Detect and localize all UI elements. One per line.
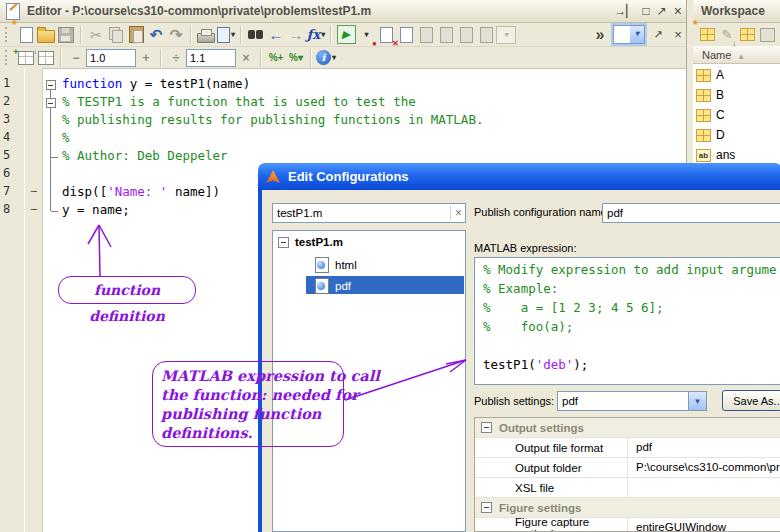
multiply-value-button[interactable]: × [236, 48, 256, 68]
uncomment-icon[interactable]: %▾ [286, 48, 306, 68]
toolbar-grip[interactable] [5, 50, 10, 65]
configuration-search-input[interactable] [272, 203, 466, 223]
toolbar-undock-icon[interactable]: ↗ [648, 25, 668, 45]
find-icon[interactable] [246, 25, 266, 45]
publish-config-name-input[interactable] [602, 203, 780, 223]
workspace-variable-row[interactable]: A [693, 65, 780, 85]
publish-settings-table: Output settings Output file format pdf O… [474, 417, 780, 532]
setting-label: Figure capture method [475, 516, 627, 532]
dialog-title: Edit Configurations [288, 169, 409, 184]
toolbar-overflow-icon[interactable]: » [590, 25, 610, 45]
code-line: % publishing results for publishing func… [44, 112, 686, 130]
matlab-expression-label: MATLAB expression: [474, 242, 577, 254]
publish-doc-icon [315, 257, 329, 273]
editor-title: Editor - P:\course\cs310-common\private\… [27, 0, 371, 22]
open-file-button[interactable] [36, 25, 56, 45]
print-icon[interactable] [196, 25, 216, 45]
sort-ascending-icon: ▲ [737, 52, 745, 61]
collapse-icon[interactable] [481, 502, 492, 513]
increment-amount-field[interactable] [86, 49, 136, 67]
save-as-button[interactable]: Save As... [722, 390, 780, 411]
executable-line-dash: − [30, 202, 40, 220]
paste-icon[interactable] [126, 25, 146, 45]
cut-icon[interactable]: ✂ [86, 25, 106, 45]
info-icon[interactable]: i▾ [316, 48, 336, 68]
forward-icon[interactable]: → [286, 25, 306, 45]
setting-value[interactable]: entireGUIWindow [627, 518, 780, 532]
run-button[interactable]: ▶ [336, 25, 356, 45]
settings-group-header[interactable]: Figure settings [475, 497, 780, 517]
save-button[interactable] [56, 25, 76, 45]
decrement-value-button[interactable]: − [66, 48, 86, 68]
char-array-icon: ab [696, 149, 711, 162]
next-cell-icon[interactable]: ↓ [36, 48, 56, 68]
tree-root-item[interactable]: testP1.m [278, 236, 343, 248]
toolbar-separator [310, 49, 312, 67]
clear-search-icon[interactable]: × [450, 206, 462, 220]
clear-breakpoints-icon[interactable]: ✕ [396, 25, 416, 45]
setting-value[interactable] [627, 478, 780, 497]
tree-item-html[interactable]: html [315, 257, 357, 273]
undo-icon[interactable]: ↶ [146, 25, 166, 45]
new-variable-icon[interactable]: * [697, 25, 717, 45]
editor-titlebar-buttons: →▏ □ ↗ × [614, 0, 682, 22]
step-icon[interactable] [416, 25, 436, 45]
toolbar-separator [60, 49, 62, 67]
copy-icon[interactable] [106, 25, 126, 45]
workspace-variable-row[interactable]: B [693, 85, 780, 105]
undock-icon[interactable]: ↗ [657, 4, 667, 18]
step-in-icon[interactable] [436, 25, 456, 45]
setting-label: XSL file [475, 482, 627, 494]
matrix-icon [696, 89, 711, 102]
collapse-icon[interactable] [278, 237, 289, 248]
maximize-icon[interactable]: □ [643, 4, 650, 18]
import-data-icon[interactable]: ↓ [737, 25, 757, 45]
matlab-expression-editor[interactable]: % Modify expression to add input argume … [474, 257, 780, 385]
function-browser-icon[interactable]: ƒx▾ [306, 25, 326, 45]
increment-value-button[interactable]: + [136, 48, 156, 68]
workspace-variable-row[interactable]: C [693, 105, 780, 125]
setting-label: Output file format [475, 442, 627, 454]
matrix-icon [696, 69, 711, 82]
page-options-icon[interactable]: ▾ [216, 25, 236, 45]
settings-group-header[interactable]: Output settings [475, 418, 780, 437]
dialog-body: × testP1.m html pdf P [258, 190, 780, 532]
callout-function-definition: function definition [58, 276, 196, 304]
line-number: 7 [0, 184, 24, 202]
comment-icon[interactable]: %+ [266, 48, 286, 68]
expression-line: % Modify expression to add input argume [483, 262, 780, 281]
publish-settings-value: pdf [558, 395, 578, 407]
tree-item-pdf-selected[interactable]: pdf [306, 276, 464, 294]
collapse-icon[interactable] [481, 422, 492, 433]
executable-line-dash: − [30, 184, 40, 202]
continue-icon[interactable] [476, 25, 496, 45]
toolbar-grip[interactable] [5, 27, 10, 42]
publish-settings-combobox[interactable]: pdf ▾ [557, 391, 707, 411]
setting-value[interactable]: P:\course\cs310-common\priv [627, 458, 780, 477]
expression-line: % a = [1 2 3; 4 5 6]; [483, 300, 780, 319]
step-out-icon[interactable] [456, 25, 476, 45]
toolbar-separator [260, 49, 262, 67]
save-workspace-icon[interactable] [757, 25, 777, 45]
divide-value-button[interactable]: ÷ [166, 48, 186, 68]
multiply-amount-field[interactable] [186, 49, 236, 67]
breakpoint-column[interactable]: − − [25, 68, 43, 532]
expression-line: testP1('deb'); [483, 357, 780, 376]
combobox-dropdown-icon[interactable]: ▾ [688, 392, 706, 410]
redo-icon[interactable]: ↷ [166, 25, 186, 45]
stack-combobox[interactable]: ▾ [610, 25, 648, 45]
workspace-variable-row[interactable]: D [693, 125, 780, 145]
workspace-variable-row[interactable]: abans [693, 145, 780, 165]
new-file-button[interactable]: * [16, 25, 36, 45]
line-number-gutter: 1 2 3 4 5 6 7 8 [0, 68, 25, 532]
toolbar-close-icon[interactable]: × [668, 25, 688, 45]
edit-configurations-dialog: Edit Configurations × testP1.m html [258, 163, 780, 532]
back-icon[interactable]: ← [266, 25, 286, 45]
toolbar-separator [330, 26, 332, 44]
dock-icon[interactable]: →▏ [614, 4, 635, 18]
editor-toolbar-main: * ✂ ↶ ↷ ▾ ← → ƒx▾ ▶ ▾ ● ✕ ▾ » ▾ ↗ × [0, 23, 690, 47]
workspace-name-header[interactable]: Name▲ [693, 46, 780, 64]
close-icon[interactable]: × [674, 4, 682, 18]
setting-value[interactable]: pdf [627, 438, 780, 457]
dialog-titlebar[interactable]: Edit Configurations [258, 163, 780, 190]
